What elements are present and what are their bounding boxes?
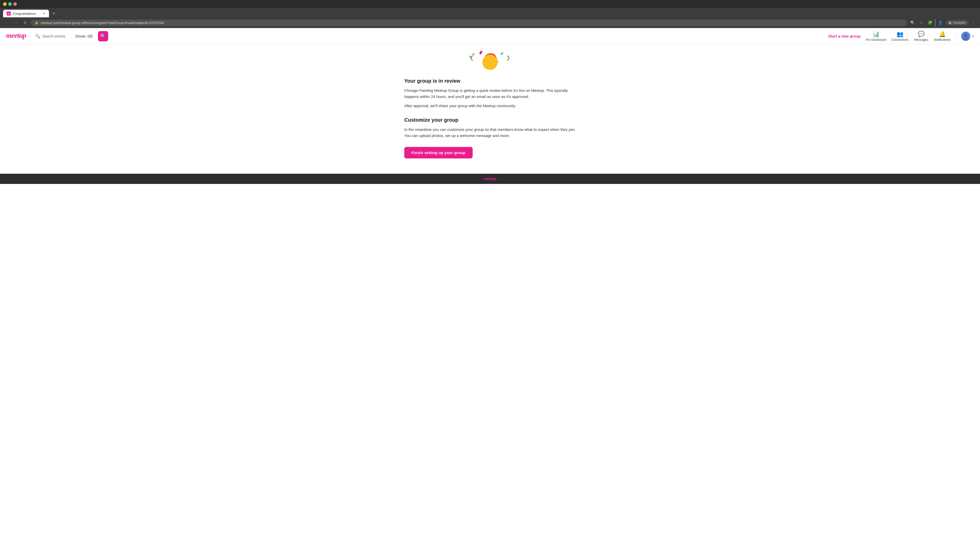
browser-chrome: m Congratulations ✕ + ← → ↻ 🔒 meetup.com…: [0, 0, 980, 28]
address-bar-row: ← → ↻ 🔒 meetup.com/meetup-group-ulfhsivo…: [0, 17, 980, 28]
svg-point-2: [964, 33, 967, 37]
notifications-label: Notifications: [934, 38, 951, 41]
tab-favicon: m: [6, 11, 11, 16]
footer-dark: meetup: [0, 174, 980, 184]
search-icon: 🔍: [35, 34, 40, 38]
address-text: meetup.com/meetup-group-ulfhsivo/congrat…: [41, 21, 164, 25]
close-button[interactable]: [13, 2, 17, 6]
active-tab[interactable]: m Congratulations ✕: [3, 10, 49, 17]
confetti-piece: [479, 51, 483, 55]
back-button[interactable]: ←: [3, 19, 10, 26]
user-menu[interactable]: ▾: [961, 32, 974, 41]
maximize-button[interactable]: [8, 2, 12, 6]
messages-label: Messages: [914, 38, 928, 41]
footer-meetup-logo: meetup: [484, 177, 496, 181]
tab-bar: m Congratulations ✕ +: [0, 8, 980, 17]
profile-icon[interactable]: 👤: [937, 19, 944, 26]
meetup-app: meetup 🔍 Search events Dover, DE 🔍 Start…: [0, 28, 980, 184]
connections-nav-item[interactable]: 👥 Connections: [891, 31, 908, 41]
notifications-nav-item[interactable]: 🔔 Notifications: [934, 31, 951, 41]
location-display[interactable]: Dover, DE: [76, 34, 93, 38]
address-bar[interactable]: 🔒 meetup.com/meetup-group-ulfhsivo/congr…: [30, 20, 907, 26]
review-body-2: After approval, we'll share your group w…: [404, 103, 576, 109]
review-heading: Your group is in review: [404, 78, 576, 84]
confetti-piece: [501, 52, 504, 56]
finish-setup-button[interactable]: Finish setting up your group: [404, 147, 473, 159]
browser-titlebar: [0, 0, 980, 8]
tab-close-button[interactable]: ✕: [43, 12, 45, 15]
review-body-1: Chicago Painting Meetup Group is getting…: [404, 87, 576, 100]
confetti-container: ❮ ❯: [465, 49, 515, 70]
search-placeholder: Search events: [42, 34, 65, 38]
search-icon[interactable]: 🔍: [909, 19, 916, 26]
search-button[interactable]: 🔍: [98, 31, 108, 41]
incognito-badge: 🕵️ Incognito: [945, 20, 968, 25]
reload-button[interactable]: ↻: [21, 19, 29, 26]
chevron-right-icon: ❯: [506, 55, 511, 61]
celebration-image: ❮ ❯: [404, 49, 576, 70]
new-tab-button[interactable]: +: [50, 10, 58, 17]
bookmark-icon[interactable]: ☆: [918, 19, 925, 26]
customize-heading: Customize your group: [404, 117, 576, 123]
messages-icon: 💬: [918, 31, 924, 38]
browser-actions: 🔍 ☆ 🧩 👤 🕵️ Incognito ⋮: [909, 19, 977, 27]
minimize-button[interactable]: [3, 2, 6, 6]
start-new-group-link[interactable]: Start a new group: [829, 34, 861, 38]
connections-icon: 👥: [897, 31, 904, 38]
customize-body: In the meantime you can customize your g…: [404, 127, 576, 139]
avatar: [961, 32, 970, 41]
nav-divider: [956, 32, 956, 40]
meetup-logo[interactable]: meetup: [6, 31, 29, 41]
pro-dashboard-label: Pro Dashboard: [865, 38, 886, 41]
messages-nav-item[interactable]: 💬 Messages: [914, 31, 929, 41]
main-content: ❮ ❯ Your group is in review Chicago Pain…: [398, 44, 582, 174]
pro-dashboard-icon: 📊: [873, 31, 880, 38]
search-bar[interactable]: 🔍 Search events: [34, 34, 66, 38]
tab-title: Congratulations: [13, 12, 41, 16]
meetup-nav: meetup 🔍 Search events Dover, DE 🔍 Start…: [0, 28, 980, 44]
notifications-icon: 🔔: [939, 31, 946, 38]
divider: [935, 19, 935, 27]
chevron-left-icon: ❮: [469, 55, 474, 61]
footer-content: meetup: [484, 177, 496, 181]
menu-icon[interactable]: ⋮: [970, 19, 977, 26]
window-controls: [3, 2, 17, 6]
connections-label: Connections: [891, 38, 908, 41]
forward-button[interactable]: →: [12, 19, 19, 26]
svg-text:meetup: meetup: [6, 32, 26, 39]
incognito-icon: 🕵️: [948, 21, 952, 24]
incognito-label: Incognito: [953, 21, 966, 24]
dropdown-arrow: ▾: [972, 35, 974, 38]
extensions-icon[interactable]: 🧩: [926, 19, 934, 26]
pro-dashboard-nav-item[interactable]: 📊 Pro Dashboard: [865, 31, 886, 41]
celebration-shape-yellow: [482, 55, 498, 70]
lock-icon: 🔒: [35, 21, 38, 24]
search-button-icon: 🔍: [100, 33, 106, 39]
